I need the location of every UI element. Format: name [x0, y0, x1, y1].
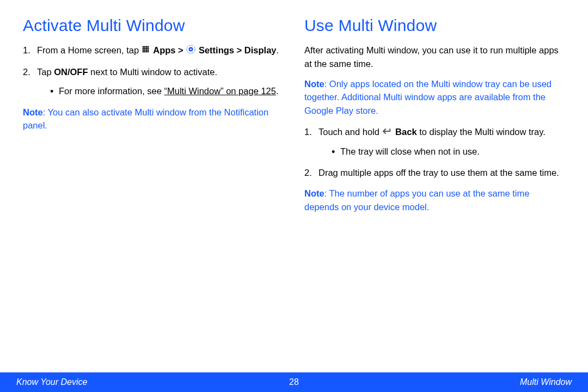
svg-point-15 — [147, 51, 149, 53]
back-arrow-icon — [383, 126, 393, 139]
apps-grid-icon — [142, 44, 150, 58]
right-step-1: Touch and hold Back to display the Multi… — [304, 125, 565, 158]
svg-point-12 — [142, 51, 144, 53]
footer-right: Multi Window — [520, 377, 572, 387]
svg-point-13 — [144, 51, 145, 53]
left-bullet: For more information, see “Multi Window”… — [50, 84, 284, 98]
page-footer: Know Your Device 28 Multi Window — [0, 372, 588, 392]
svg-point-4 — [142, 48, 144, 50]
left-note: Note: You can also activate Multi window… — [23, 106, 284, 133]
right-bullet: The tray will close when not in use. — [332, 145, 565, 158]
svg-point-8 — [142, 50, 144, 51]
right-note-2: Note: The number of apps you can use at … — [304, 187, 565, 214]
left-step-2: Tap ON/OFF next to Multi window to activ… — [23, 65, 284, 98]
svg-point-5 — [144, 48, 145, 50]
svg-point-0 — [142, 46, 144, 48]
settings-gear-icon — [186, 44, 195, 58]
left-column: Activate Multi Window From a Home screen… — [23, 16, 284, 222]
heading-activate: Activate Multi Window — [23, 16, 284, 35]
cross-ref-link[interactable]: “Multi Window” on page 125 — [164, 86, 276, 96]
svg-point-18 — [190, 48, 192, 50]
svg-point-7 — [147, 48, 149, 50]
svg-point-2 — [145, 46, 147, 48]
svg-point-10 — [145, 50, 147, 51]
page-number: 28 — [289, 377, 299, 387]
right-note-1: Note: Only apps located on the Multi win… — [304, 77, 565, 118]
svg-point-14 — [145, 51, 147, 53]
right-intro: After activating Multi window, you can u… — [304, 44, 565, 71]
svg-point-3 — [147, 46, 149, 48]
right-step-2: Drag multiple apps off the tray to use t… — [304, 166, 565, 180]
left-step-1: From a Home screen, tap Apps > — [23, 44, 284, 58]
footer-left: Know Your Device — [16, 377, 87, 387]
heading-use: Use Multi Window — [304, 16, 565, 35]
right-column: Use Multi Window After activating Multi … — [304, 16, 565, 222]
svg-point-11 — [147, 50, 149, 51]
svg-point-9 — [144, 50, 145, 51]
svg-point-1 — [144, 46, 145, 48]
svg-point-6 — [145, 48, 147, 50]
